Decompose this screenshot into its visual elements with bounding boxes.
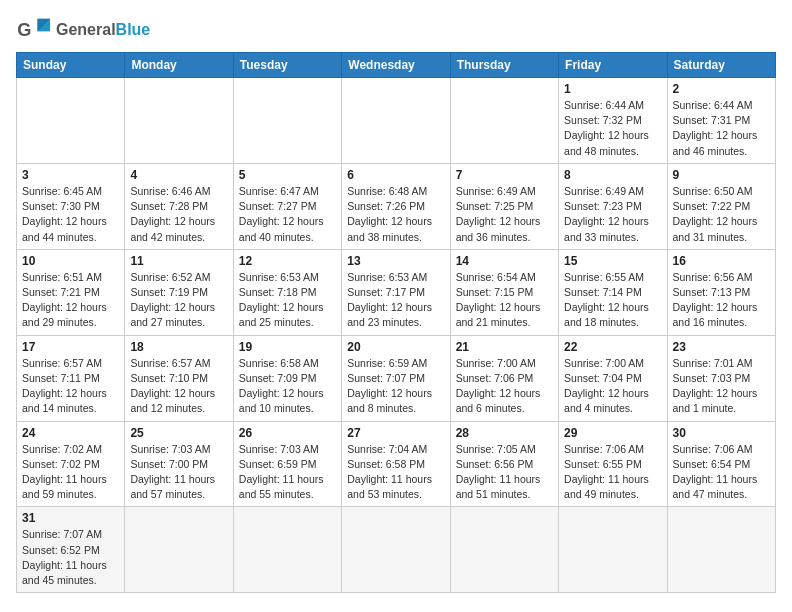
day-number: 18 [130, 340, 227, 354]
weekday-header-wednesday: Wednesday [342, 53, 450, 78]
calendar-cell [233, 507, 341, 593]
day-number: 16 [673, 254, 770, 268]
calendar-cell: 3Sunrise: 6:45 AM Sunset: 7:30 PM Daylig… [17, 163, 125, 249]
calendar-cell: 7Sunrise: 6:49 AM Sunset: 7:25 PM Daylig… [450, 163, 558, 249]
calendar-cell [450, 78, 558, 164]
calendar-cell [667, 507, 775, 593]
page-header: G GeneralBlue [16, 16, 776, 44]
day-info: Sunrise: 6:44 AM Sunset: 7:31 PM Dayligh… [673, 98, 770, 159]
day-info: Sunrise: 6:59 AM Sunset: 7:07 PM Dayligh… [347, 356, 444, 417]
day-info: Sunrise: 6:57 AM Sunset: 7:10 PM Dayligh… [130, 356, 227, 417]
day-number: 14 [456, 254, 553, 268]
day-info: Sunrise: 7:06 AM Sunset: 6:55 PM Dayligh… [564, 442, 661, 503]
calendar-cell: 21Sunrise: 7:00 AM Sunset: 7:06 PM Dayli… [450, 335, 558, 421]
day-info: Sunrise: 6:52 AM Sunset: 7:19 PM Dayligh… [130, 270, 227, 331]
calendar-cell: 23Sunrise: 7:01 AM Sunset: 7:03 PM Dayli… [667, 335, 775, 421]
calendar-cell [17, 78, 125, 164]
calendar-week-6: 31Sunrise: 7:07 AM Sunset: 6:52 PM Dayli… [17, 507, 776, 593]
calendar-cell: 14Sunrise: 6:54 AM Sunset: 7:15 PM Dayli… [450, 249, 558, 335]
day-number: 28 [456, 426, 553, 440]
calendar-cell: 4Sunrise: 6:46 AM Sunset: 7:28 PM Daylig… [125, 163, 233, 249]
day-info: Sunrise: 7:05 AM Sunset: 6:56 PM Dayligh… [456, 442, 553, 503]
calendar-cell: 9Sunrise: 6:50 AM Sunset: 7:22 PM Daylig… [667, 163, 775, 249]
svg-text:G: G [17, 20, 31, 40]
day-number: 3 [22, 168, 119, 182]
weekday-header-row: SundayMondayTuesdayWednesdayThursdayFrid… [17, 53, 776, 78]
calendar-cell [342, 78, 450, 164]
day-number: 13 [347, 254, 444, 268]
day-number: 9 [673, 168, 770, 182]
calendar-cell: 6Sunrise: 6:48 AM Sunset: 7:26 PM Daylig… [342, 163, 450, 249]
logo-text: GeneralBlue [56, 21, 150, 39]
day-number: 26 [239, 426, 336, 440]
day-info: Sunrise: 7:01 AM Sunset: 7:03 PM Dayligh… [673, 356, 770, 417]
day-number: 1 [564, 82, 661, 96]
calendar-cell: 16Sunrise: 6:56 AM Sunset: 7:13 PM Dayli… [667, 249, 775, 335]
day-number: 21 [456, 340, 553, 354]
calendar-week-3: 10Sunrise: 6:51 AM Sunset: 7:21 PM Dayli… [17, 249, 776, 335]
calendar-cell: 27Sunrise: 7:04 AM Sunset: 6:58 PM Dayli… [342, 421, 450, 507]
day-number: 24 [22, 426, 119, 440]
day-info: Sunrise: 7:04 AM Sunset: 6:58 PM Dayligh… [347, 442, 444, 503]
day-number: 10 [22, 254, 119, 268]
calendar-cell: 30Sunrise: 7:06 AM Sunset: 6:54 PM Dayli… [667, 421, 775, 507]
day-info: Sunrise: 6:49 AM Sunset: 7:23 PM Dayligh… [564, 184, 661, 245]
day-info: Sunrise: 6:50 AM Sunset: 7:22 PM Dayligh… [673, 184, 770, 245]
day-number: 19 [239, 340, 336, 354]
weekday-header-tuesday: Tuesday [233, 53, 341, 78]
calendar-cell [233, 78, 341, 164]
day-info: Sunrise: 6:53 AM Sunset: 7:18 PM Dayligh… [239, 270, 336, 331]
day-number: 5 [239, 168, 336, 182]
day-number: 6 [347, 168, 444, 182]
calendar-cell: 2Sunrise: 6:44 AM Sunset: 7:31 PM Daylig… [667, 78, 775, 164]
calendar-cell: 31Sunrise: 7:07 AM Sunset: 6:52 PM Dayli… [17, 507, 125, 593]
weekday-header-monday: Monday [125, 53, 233, 78]
calendar-cell: 24Sunrise: 7:02 AM Sunset: 7:02 PM Dayli… [17, 421, 125, 507]
logo: G GeneralBlue [16, 16, 150, 44]
calendar-cell: 18Sunrise: 6:57 AM Sunset: 7:10 PM Dayli… [125, 335, 233, 421]
day-number: 23 [673, 340, 770, 354]
weekday-header-sunday: Sunday [17, 53, 125, 78]
day-number: 7 [456, 168, 553, 182]
calendar-cell: 1Sunrise: 6:44 AM Sunset: 7:32 PM Daylig… [559, 78, 667, 164]
calendar-cell: 8Sunrise: 6:49 AM Sunset: 7:23 PM Daylig… [559, 163, 667, 249]
calendar-cell: 26Sunrise: 7:03 AM Sunset: 6:59 PM Dayli… [233, 421, 341, 507]
calendar-cell [450, 507, 558, 593]
day-number: 15 [564, 254, 661, 268]
day-info: Sunrise: 6:56 AM Sunset: 7:13 PM Dayligh… [673, 270, 770, 331]
day-number: 30 [673, 426, 770, 440]
day-number: 4 [130, 168, 227, 182]
day-info: Sunrise: 6:54 AM Sunset: 7:15 PM Dayligh… [456, 270, 553, 331]
calendar-table: SundayMondayTuesdayWednesdayThursdayFrid… [16, 52, 776, 593]
day-info: Sunrise: 6:48 AM Sunset: 7:26 PM Dayligh… [347, 184, 444, 245]
calendar-cell: 10Sunrise: 6:51 AM Sunset: 7:21 PM Dayli… [17, 249, 125, 335]
calendar-cell: 29Sunrise: 7:06 AM Sunset: 6:55 PM Dayli… [559, 421, 667, 507]
calendar-cell: 22Sunrise: 7:00 AM Sunset: 7:04 PM Dayli… [559, 335, 667, 421]
day-number: 12 [239, 254, 336, 268]
day-info: Sunrise: 6:55 AM Sunset: 7:14 PM Dayligh… [564, 270, 661, 331]
day-number: 27 [347, 426, 444, 440]
day-number: 2 [673, 82, 770, 96]
calendar-cell: 11Sunrise: 6:52 AM Sunset: 7:19 PM Dayli… [125, 249, 233, 335]
calendar-cell: 17Sunrise: 6:57 AM Sunset: 7:11 PM Dayli… [17, 335, 125, 421]
calendar-cell [125, 78, 233, 164]
day-info: Sunrise: 6:47 AM Sunset: 7:27 PM Dayligh… [239, 184, 336, 245]
day-info: Sunrise: 6:45 AM Sunset: 7:30 PM Dayligh… [22, 184, 119, 245]
calendar-cell [342, 507, 450, 593]
day-info: Sunrise: 7:03 AM Sunset: 6:59 PM Dayligh… [239, 442, 336, 503]
day-info: Sunrise: 7:02 AM Sunset: 7:02 PM Dayligh… [22, 442, 119, 503]
day-info: Sunrise: 7:07 AM Sunset: 6:52 PM Dayligh… [22, 527, 119, 588]
calendar-cell: 19Sunrise: 6:58 AM Sunset: 7:09 PM Dayli… [233, 335, 341, 421]
calendar-cell: 25Sunrise: 7:03 AM Sunset: 7:00 PM Dayli… [125, 421, 233, 507]
calendar-week-2: 3Sunrise: 6:45 AM Sunset: 7:30 PM Daylig… [17, 163, 776, 249]
calendar-week-4: 17Sunrise: 6:57 AM Sunset: 7:11 PM Dayli… [17, 335, 776, 421]
day-number: 29 [564, 426, 661, 440]
calendar-cell [559, 507, 667, 593]
day-number: 20 [347, 340, 444, 354]
day-info: Sunrise: 6:58 AM Sunset: 7:09 PM Dayligh… [239, 356, 336, 417]
day-number: 25 [130, 426, 227, 440]
day-info: Sunrise: 6:51 AM Sunset: 7:21 PM Dayligh… [22, 270, 119, 331]
logo-icon: G [16, 16, 52, 44]
day-number: 22 [564, 340, 661, 354]
weekday-header-saturday: Saturday [667, 53, 775, 78]
